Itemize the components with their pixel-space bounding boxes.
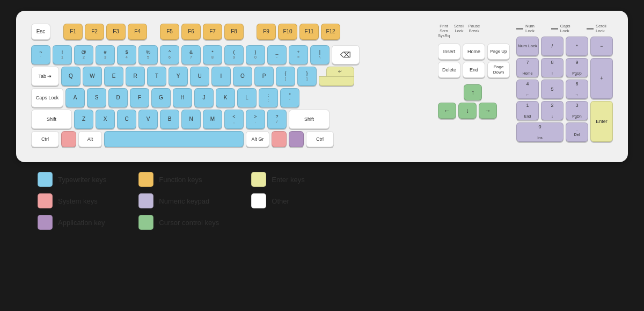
key-s[interactable]: S	[87, 88, 106, 107]
key-num-6[interactable]: 6→	[566, 79, 588, 99]
key-q[interactable]: Q	[61, 67, 80, 86]
key-n[interactable]: N	[181, 110, 201, 129]
key-2[interactable]: @2	[74, 45, 93, 64]
key-semicolon[interactable]: :;	[259, 88, 278, 107]
key-win-left[interactable]	[61, 131, 76, 147]
key-end[interactable]: End	[463, 62, 485, 78]
key-home[interactable]: Home	[463, 44, 485, 60]
key-esc[interactable]: Esc	[31, 24, 50, 40]
key-num-slash[interactable]: /	[541, 37, 564, 56]
key-f[interactable]: F	[130, 88, 149, 107]
key-comma[interactable]: <,	[224, 110, 244, 129]
key-6[interactable]: ^6	[160, 45, 179, 64]
key-num-asterisk[interactable]: *	[566, 37, 588, 56]
key-f9[interactable]: F9	[257, 24, 276, 40]
key-alt-left[interactable]: Alt	[78, 131, 102, 147]
key-num-4[interactable]: 4←	[516, 79, 539, 99]
key-num-2[interactable]: 2↓	[541, 101, 564, 120]
key-enter-bot[interactable]	[319, 76, 354, 86]
key-f8[interactable]: F8	[224, 24, 244, 40]
key-win-right[interactable]	[272, 131, 287, 147]
key-menu[interactable]	[289, 131, 304, 147]
key-num-1[interactable]: 1End	[516, 101, 539, 120]
key-u[interactable]: U	[190, 67, 209, 86]
key-num-9[interactable]: 9PgUp	[566, 58, 588, 77]
key-backslash[interactable]: |\	[310, 45, 330, 64]
key-num-plus[interactable]: +	[590, 58, 613, 99]
key-h[interactable]: H	[173, 88, 192, 107]
key-shift-left[interactable]: Shift	[31, 110, 72, 129]
key-num-enter[interactable]: Enter	[590, 101, 613, 142]
key-pageup[interactable]: Page Up	[487, 44, 510, 60]
key-f12[interactable]: F12	[321, 24, 340, 40]
key-v[interactable]: V	[138, 110, 158, 129]
key-f5[interactable]: F5	[160, 24, 179, 40]
key-b[interactable]: B	[160, 110, 179, 129]
key-r[interactable]: R	[126, 67, 145, 86]
key-num-minus[interactable]: −	[590, 37, 613, 56]
key-num-del[interactable]: .Del	[566, 122, 588, 142]
key-t[interactable]: T	[147, 67, 166, 86]
key-f3[interactable]: F3	[106, 24, 126, 40]
key-ctrl-right[interactable]: Ctrl	[306, 131, 334, 147]
key-shift-right[interactable]: Shift	[289, 110, 330, 129]
key-tab[interactable]: Tab ⇥	[31, 67, 59, 86]
key-enter-top[interactable]: ↵	[326, 67, 354, 76]
key-f11[interactable]: F11	[299, 24, 319, 40]
key-0[interactable]: )0	[246, 45, 265, 64]
key-num-5[interactable]: 5	[541, 79, 564, 99]
key-quote[interactable]: "'	[280, 88, 299, 107]
key-space[interactable]	[104, 131, 244, 147]
key-ctrl-left[interactable]: Ctrl	[31, 131, 59, 147]
key-4[interactable]: $4	[117, 45, 136, 64]
key-i[interactable]: I	[211, 67, 231, 86]
key-5[interactable]: %5	[138, 45, 158, 64]
key-o[interactable]: O	[233, 67, 252, 86]
key-7[interactable]: &7	[181, 45, 201, 64]
key-a[interactable]: A	[65, 88, 85, 107]
key-1[interactable]: !1	[53, 45, 72, 64]
key-j[interactable]: J	[194, 88, 214, 107]
key-arrow-right[interactable]: →	[479, 103, 497, 119]
key-l[interactable]: L	[237, 88, 257, 107]
key-e[interactable]: E	[104, 67, 123, 86]
key-d[interactable]: D	[108, 88, 128, 107]
key-altgr[interactable]: Alt Gr	[246, 131, 269, 147]
key-numlock[interactable]: Num Lock	[516, 37, 539, 56]
key-period[interactable]: >.	[246, 110, 265, 129]
key-p[interactable]: P	[254, 67, 274, 86]
key-w[interactable]: W	[83, 67, 102, 86]
key-z[interactable]: Z	[74, 110, 93, 129]
key-f7[interactable]: F7	[203, 24, 222, 40]
key-g[interactable]: G	[151, 88, 171, 107]
key-3[interactable]: #3	[96, 45, 115, 64]
key-f10[interactable]: F10	[278, 24, 297, 40]
key-arrow-left[interactable]: ←	[438, 103, 456, 119]
key-equals[interactable]: +=	[289, 45, 308, 64]
key-arrow-up[interactable]: ↑	[464, 84, 482, 100]
key-x[interactable]: X	[96, 110, 115, 129]
key-num-7[interactable]: 7Home	[516, 58, 539, 77]
key-9[interactable]: (9	[224, 45, 244, 64]
key-pagedown[interactable]: Page Down	[487, 62, 510, 78]
key-y[interactable]: Y	[169, 67, 188, 86]
key-delete[interactable]: Delete	[438, 62, 460, 78]
key-f1[interactable]: F1	[63, 24, 83, 40]
key-minus[interactable]: _-	[267, 45, 287, 64]
key-8[interactable]: *8	[203, 45, 222, 64]
key-rbracket[interactable]: }]	[297, 67, 317, 86]
key-tilde[interactable]: ~`	[31, 45, 50, 64]
key-f2[interactable]: F2	[85, 24, 104, 40]
key-backspace[interactable]: ⌫	[332, 45, 360, 64]
key-num-0[interactable]: 0 Ins	[516, 122, 564, 142]
key-num-3[interactable]: 3PgDn	[566, 101, 588, 120]
key-f6[interactable]: F6	[181, 24, 201, 40]
key-capslock[interactable]: Caps Lock	[31, 88, 63, 107]
key-insert[interactable]: Insert	[438, 44, 460, 60]
key-slash[interactable]: ?/	[267, 110, 287, 129]
key-m[interactable]: M	[203, 110, 222, 129]
key-num-8[interactable]: 8↑	[541, 58, 564, 77]
key-lbracket[interactable]: {[	[276, 67, 295, 86]
key-k[interactable]: K	[216, 88, 235, 107]
key-arrow-down[interactable]: ↓	[458, 103, 477, 119]
